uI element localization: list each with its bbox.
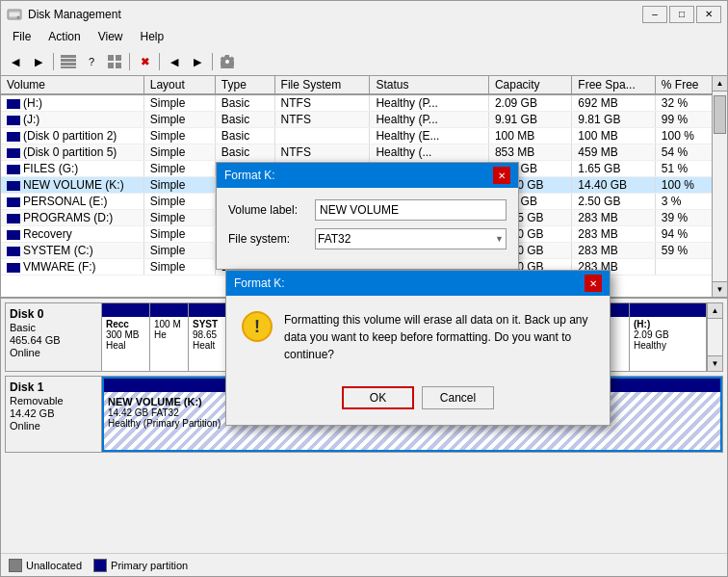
confirm-buttons: OK Cancel — [226, 379, 610, 425]
partition-efi[interactable]: 100 M He — [150, 303, 189, 371]
table-row[interactable]: (J:) Simple Basic NTFS Healthy (P... 9.9… — [1, 112, 727, 128]
warning-icon: ! — [242, 311, 273, 342]
legend-primary: Primary partition — [93, 559, 188, 572]
delete-button[interactable]: ✖ — [134, 51, 155, 72]
col-free[interactable]: Free Spa... — [572, 76, 655, 94]
legend-primary-swatch — [93, 559, 107, 572]
window-controls: – □ ✕ — [642, 6, 721, 23]
partition-size: 300 MB — [106, 329, 145, 340]
partition-name: (H:) — [634, 319, 702, 329]
table-row[interactable]: (H:) Simple Basic NTFS Healthy (P... 2.0… — [1, 94, 727, 112]
disk-1-type: Removable — [10, 395, 97, 407]
toolbar-sep-1 — [53, 53, 54, 70]
forward-button[interactable]: ▶ — [28, 51, 49, 72]
svg-point-11 — [225, 60, 229, 64]
col-capacity[interactable]: Capacity — [488, 76, 571, 94]
confirm-dialog-title: Format K: — [234, 276, 285, 290]
file-system-value: FAT32 — [318, 232, 351, 246]
toolbar-sep-3 — [159, 53, 160, 70]
partition-name: Recc — [106, 319, 145, 329]
select-arrow-icon: ▼ — [495, 234, 504, 244]
volume-label-input[interactable] — [315, 199, 507, 221]
format-dialog-title-bar: Format K: ✕ — [217, 163, 518, 188]
grid-button[interactable] — [104, 51, 125, 72]
toolbar-sep-4 — [212, 53, 213, 70]
file-system-row: File system: FAT32 ▼ — [228, 228, 507, 249]
disk-0-name: Disk 0 — [10, 307, 97, 321]
partition-recovery[interactable]: Recc 300 MB Heal — [102, 303, 150, 371]
redo-button[interactable]: ▶ — [187, 51, 208, 72]
settings-button[interactable] — [217, 51, 238, 72]
minimize-button[interactable]: – — [642, 6, 667, 23]
partition-header — [630, 303, 706, 317]
col-layout[interactable]: Layout — [143, 76, 215, 94]
table-row[interactable]: (Disk 0 partition 5) Simple Basic NTFS H… — [1, 144, 727, 161]
disk-0-label: Disk 0 Basic 465.64 GB Online — [6, 303, 102, 371]
ok-button[interactable]: OK — [342, 386, 414, 409]
menu-action[interactable]: Action — [40, 29, 88, 46]
table-scrollbar[interactable]: ▲ ▼ — [712, 76, 727, 297]
volume-label-row: Volume label: — [228, 199, 507, 221]
undo-button[interactable]: ◀ — [164, 51, 185, 72]
scroll-up-btn[interactable]: ▲ — [713, 76, 727, 92]
title-bar: Disk Management – □ ✕ — [0, 0, 728, 27]
close-button[interactable]: ✕ — [696, 6, 721, 23]
maximize-button[interactable]: □ — [669, 6, 694, 23]
file-system-select[interactable]: FAT32 ▼ — [315, 228, 507, 249]
cancel-button[interactable]: Cancel — [422, 386, 494, 409]
partition-status: Healthy — [634, 340, 702, 351]
partition-size: 100 M — [154, 319, 184, 329]
dv-scroll-up[interactable]: ▲ — [708, 303, 722, 319]
svg-point-2 — [17, 15, 20, 18]
scroll-down-btn[interactable]: ▼ — [713, 281, 727, 297]
svg-rect-10 — [116, 63, 121, 68]
toolbar-sep-2 — [129, 53, 130, 70]
col-fs[interactable]: File System — [274, 76, 370, 94]
table-row[interactable]: (Disk 0 partition 2) Simple Basic Health… — [1, 128, 727, 144]
scroll-thumb[interactable] — [714, 95, 726, 134]
format-dialog[interactable]: Format K: ✕ Volume label: File system: F… — [216, 162, 519, 270]
col-status[interactable]: Status — [370, 76, 489, 94]
app-title: Disk Management — [28, 8, 121, 21]
partition-header — [150, 303, 188, 317]
col-volume[interactable]: Volume — [1, 76, 143, 94]
dv-scroll-down[interactable]: ▼ — [708, 355, 722, 371]
format-dialog-close[interactable]: ✕ — [493, 167, 510, 184]
svg-rect-3 — [61, 55, 76, 58]
legend: Unallocated Primary partition — [1, 553, 727, 576]
legend-unallocated-swatch — [9, 559, 22, 572]
disk-view-scrollbar[interactable]: ▲ ▼ — [707, 303, 722, 371]
partition-header — [102, 303, 149, 317]
svg-rect-7 — [108, 55, 114, 61]
confirm-title-bar: Format K: ✕ — [226, 271, 610, 296]
partition-status: Heal — [106, 340, 145, 351]
menu-view[interactable]: View — [91, 29, 131, 46]
volume-label-text: Volume label: — [228, 203, 315, 217]
help-button[interactable]: ? — [81, 51, 102, 72]
disk-0-size: 465.64 GB — [10, 334, 97, 346]
disk-0-status: Online — [10, 347, 97, 358]
list-view-button[interactable] — [58, 51, 79, 72]
confirm-close-button[interactable]: ✕ — [585, 275, 602, 292]
back-button[interactable]: ◀ — [5, 51, 26, 72]
col-type[interactable]: Type — [215, 76, 274, 94]
format-dialog-title: Format K: — [224, 169, 275, 182]
disk-1-name: Disk 1 — [10, 380, 97, 394]
format-dialog-body: Volume label: File system: FAT32 ▼ — [217, 188, 518, 269]
disk-1-size: 14.42 GB — [10, 407, 97, 419]
svg-rect-5 — [61, 63, 76, 66]
menu-help[interactable]: Help — [133, 29, 172, 46]
menu-file[interactable]: File — [5, 29, 39, 46]
confirm-message: Formatting this volume will erase all da… — [284, 311, 594, 363]
legend-unallocated-label: Unallocated — [26, 560, 82, 571]
confirm-dialog[interactable]: Format K: ✕ ! Formatting this volume wil… — [225, 270, 611, 426]
app-icon — [7, 7, 22, 22]
partition-size: 2.09 GB — [634, 329, 702, 340]
file-system-text: File system: — [228, 232, 315, 246]
toolbar: ◀ ▶ ? ✖ ◀ ▶ — [0, 48, 728, 75]
partition-h[interactable]: (H:) 2.09 GB Healthy — [630, 303, 707, 371]
disk-0-type: Basic — [10, 322, 97, 333]
legend-unallocated: Unallocated — [9, 559, 82, 572]
disk-1-label: Disk 1 Removable 14.42 GB Online — [6, 377, 102, 452]
svg-rect-9 — [108, 63, 114, 68]
